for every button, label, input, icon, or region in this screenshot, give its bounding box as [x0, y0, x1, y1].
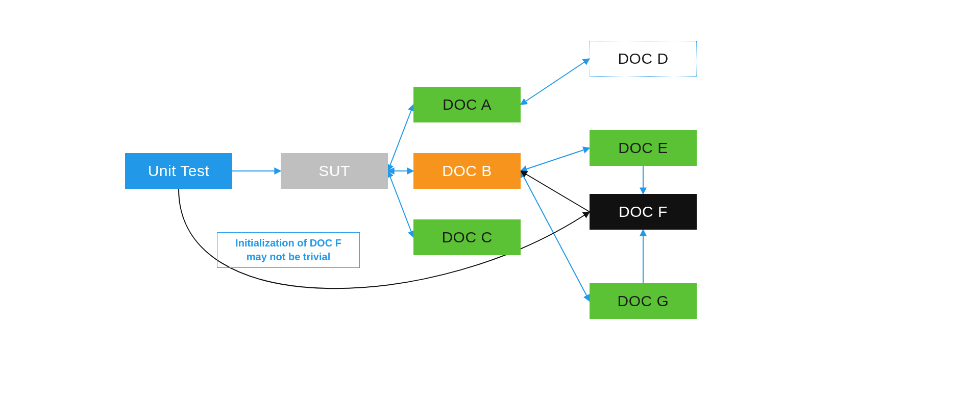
node-sut: SUT: [281, 153, 388, 189]
node-unitTest: Unit Test: [125, 153, 232, 189]
node-docE: DOC E: [590, 130, 697, 166]
node-label-sut: SUT: [318, 162, 350, 180]
node-label-docB: DOC B: [442, 162, 492, 180]
node-label-docE: DOC E: [618, 139, 668, 157]
node-docC: DOC C: [413, 219, 521, 255]
node-docG: DOC G: [590, 283, 697, 319]
node-docB: DOC B: [413, 153, 521, 189]
node-label-docA: DOC A: [443, 96, 492, 113]
node-label-docC: DOC C: [442, 229, 492, 246]
node-docF: DOC F: [590, 194, 697, 230]
svg-line-6: [521, 171, 590, 301]
annotation-note: Initialization of DOC Fmay not be trivia…: [217, 232, 360, 268]
svg-line-3: [388, 171, 413, 237]
node-label-docG: DOC G: [618, 292, 669, 310]
svg-line-9: [521, 171, 590, 212]
node-label-docF: DOC F: [619, 203, 668, 220]
node-docA: DOC A: [413, 87, 521, 122]
node-docD: DOC D: [590, 41, 697, 77]
svg-line-5: [521, 148, 590, 171]
diagram-edges: [0, 0, 980, 420]
svg-line-4: [521, 59, 590, 105]
node-label-unitTest: Unit Test: [148, 162, 210, 180]
svg-line-1: [388, 105, 413, 171]
node-label-docD: DOC D: [618, 50, 668, 67]
